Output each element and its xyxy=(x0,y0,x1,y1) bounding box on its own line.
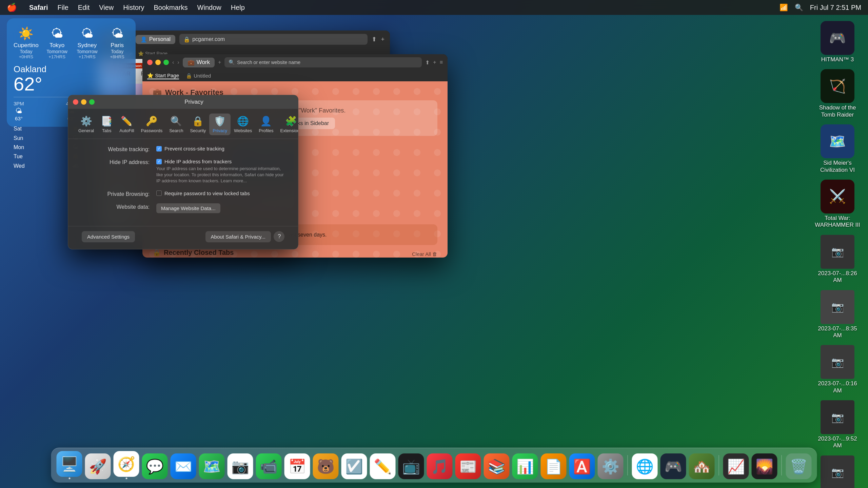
menu-safari[interactable]: Safari xyxy=(29,4,48,12)
work-url-bar[interactable]: 🔍 Search or enter website name xyxy=(224,57,422,67)
menubar: 🍎 Safari File Edit View History Bookmark… xyxy=(0,0,868,15)
tool-privacy[interactable]: 🛡️ Privacy xyxy=(209,114,231,135)
menu-view[interactable]: View xyxy=(99,4,114,12)
tool-autofill[interactable]: ✏️ AutoFill xyxy=(116,114,137,135)
dialog-titlebar: Privacy xyxy=(68,95,298,109)
tool-websites[interactable]: 🌐 Websites xyxy=(231,114,255,135)
warhammer-thumb: ⚔️ xyxy=(821,180,854,214)
sidebar-icon-hitman[interactable]: 🎮 HITMAN™ 3 xyxy=(810,18,865,66)
close-button-work[interactable] xyxy=(147,60,153,65)
minimize-button-work[interactable] xyxy=(155,60,161,65)
prevent-tracking-checkbox[interactable]: ✓ xyxy=(156,146,162,151)
menu-bookmarks[interactable]: Bookmarks xyxy=(154,4,188,12)
dock-calendar[interactable]: 📅 xyxy=(284,453,310,479)
screenshot-4[interactable]: 📷 2023-07-...9:52 AM xyxy=(810,398,865,452)
private-browsing-checkbox[interactable] xyxy=(156,190,162,196)
dock-bear[interactable]: 🐻 xyxy=(313,453,339,479)
dialog-toolbar: ⚙️ General 📑 Tabs ✏️ AutoFill 🔑 Password… xyxy=(68,109,298,139)
maximize-button-dialog[interactable] xyxy=(89,99,95,105)
dock-finder[interactable]: 🖥️ xyxy=(57,451,82,479)
tool-passwords[interactable]: 🔑 Passwords xyxy=(138,114,166,135)
dock-safari[interactable]: 🧭 xyxy=(114,451,139,479)
dock-numbers[interactable]: 📊 xyxy=(512,453,538,479)
nav-back-work[interactable]: ‹ xyxy=(172,59,174,65)
hideip-row: Hide IP address: ✓ Hide IP address from … xyxy=(82,159,284,184)
weather-city-sydney[interactable]: 🌤 Sydney Tomorrow +17HRS xyxy=(75,25,99,59)
pcgamer-url-bar[interactable]: 🔒 pcgamer.com xyxy=(179,34,368,45)
recently-closed-header: 🔒 Recently Closed Tabs xyxy=(153,248,234,257)
menu-file[interactable]: File xyxy=(58,4,68,12)
dock-trash[interactable]: 🗑️ xyxy=(786,453,812,479)
menu-help[interactable]: Help xyxy=(231,4,245,12)
clear-all-button[interactable]: Clear All 🗑 xyxy=(412,251,437,257)
hideip-checkbox-row: ✓ Hide IP address from trackers xyxy=(156,159,284,164)
tab-work[interactable]: 💼 Work xyxy=(183,58,215,67)
screenshot-2[interactable]: 📷 2023-07-...8:35 AM xyxy=(810,287,865,342)
dock-music[interactable]: 🎵 xyxy=(427,453,453,479)
minimize-button-dialog[interactable] xyxy=(81,99,86,105)
dock-launchpad[interactable]: 🚀 xyxy=(85,453,111,479)
dock-pages[interactable]: 📄 xyxy=(541,453,567,479)
apple-menu[interactable]: 🍎 xyxy=(7,3,17,12)
share-icon-pcgamer[interactable]: ⬆ xyxy=(372,36,377,43)
dock-facetime[interactable]: 📹 xyxy=(256,453,282,479)
tool-profiles[interactable]: 👤 Profiles xyxy=(255,114,277,135)
tab-personal[interactable]: 👤 Personal xyxy=(136,35,175,44)
dock-messages[interactable]: 💬 xyxy=(142,453,168,479)
appstore-icon: 🅰️ xyxy=(569,453,595,479)
menu-edit[interactable]: Edit xyxy=(78,4,90,12)
work-start-page-tab[interactable]: ⭐ Start Page xyxy=(147,73,179,79)
dock-photos2[interactable]: 🌄 xyxy=(752,453,777,479)
advanced-settings-button[interactable]: Advanced Settings xyxy=(82,231,135,242)
tool-security[interactable]: 🔒 Security xyxy=(186,114,209,135)
dock-village[interactable]: 🏘️ xyxy=(689,453,715,479)
dock-maps[interactable]: 🗺️ xyxy=(199,453,225,479)
screenshot-3[interactable]: 📷 2023-07-...0:16 AM xyxy=(810,342,865,397)
sidebar-icon-shadow-tomb[interactable]: 🏹 Shadow of the Tomb Raider xyxy=(810,66,865,121)
menu-history[interactable]: History xyxy=(123,4,144,12)
maximize-button-work[interactable] xyxy=(163,60,169,65)
website-data-label: Website data: xyxy=(82,203,150,210)
screenshot-5[interactable]: 📷 2023-07-...2:19 AM xyxy=(810,453,865,488)
weather-city-paris[interactable]: 🌤 Paris Today +8HRS xyxy=(105,25,129,59)
dock-appletv[interactable]: 📺 xyxy=(398,453,424,479)
right-sidebar: 🎮 HITMAN™ 3 🏹 Shadow of the Tomb Raider … xyxy=(807,15,868,447)
weather-city-tokyo[interactable]: 🌤 Tokyo Tomorrow +17HRS xyxy=(45,25,69,59)
hideip-checkbox[interactable]: ✓ xyxy=(156,159,162,164)
dock-reminders[interactable]: ☑️ xyxy=(341,453,367,479)
sidebar-icon-warhammer[interactable]: ⚔️ Total War: WARHAMMER III xyxy=(810,177,865,231)
share-icon-work[interactable]: ⬆ xyxy=(425,59,430,66)
dock-chrome[interactable]: 🌐 xyxy=(632,453,658,479)
new-tab-work[interactable]: + xyxy=(433,59,436,65)
dock-istatistica[interactable]: 📈 xyxy=(723,453,749,479)
tool-tabs[interactable]: 📑 Tabs xyxy=(97,114,116,135)
tomb-raider-thumb: 🏹 xyxy=(821,69,854,103)
help-button[interactable]: ? xyxy=(274,231,284,242)
dock-news[interactable]: 📰 xyxy=(455,453,481,479)
tool-extensions[interactable]: 🧩 Extensions xyxy=(277,114,298,135)
tool-search[interactable]: 🔍 Search xyxy=(166,114,186,135)
sidebar-toggle-work[interactable]: ≡ xyxy=(440,59,443,65)
work-untitled-tab[interactable]: 🔒 Untitled xyxy=(186,73,211,79)
close-button-dialog[interactable] xyxy=(73,99,78,105)
dock-mail[interactable]: ✉️ xyxy=(171,453,196,479)
weather-city-cupertino[interactable]: ☀️ Cupertino Today +0HRS xyxy=(14,25,39,59)
screenshot-1[interactable]: 📷 2023-07-...8:26 AM xyxy=(810,232,865,287)
nav-add-tab-work[interactable]: + xyxy=(218,59,221,65)
new-tab-icon-pcgamer[interactable]: + xyxy=(381,36,384,43)
dock-steam[interactable]: 🎮 xyxy=(660,453,686,479)
dock-appstore[interactable]: 🅰️ xyxy=(569,453,595,479)
dock-freeform[interactable]: ✏️ xyxy=(370,453,396,479)
tool-general[interactable]: ⚙️ General xyxy=(75,114,97,135)
sidebar-icon-civ6[interactable]: 🗺️ Sid Meier's Civilization VI xyxy=(810,122,865,176)
nav-fwd-work[interactable]: › xyxy=(177,59,179,65)
dock-readwise[interactable]: 📚 xyxy=(484,453,510,479)
menu-window[interactable]: Window xyxy=(197,4,221,12)
dock-photos[interactable]: 📷 xyxy=(228,453,253,479)
dock-systemprefs[interactable]: ⚙️ xyxy=(598,453,624,479)
search-menu-icon[interactable]: 🔍 xyxy=(795,3,803,12)
hitman-thumb: 🎮 xyxy=(821,21,854,55)
about-safari-privacy-button[interactable]: About Safari & Privacy... xyxy=(205,231,271,242)
screenshot-thumb-4: 📷 xyxy=(821,400,854,434)
manage-website-data-button[interactable]: Manage Website Data... xyxy=(156,203,220,213)
